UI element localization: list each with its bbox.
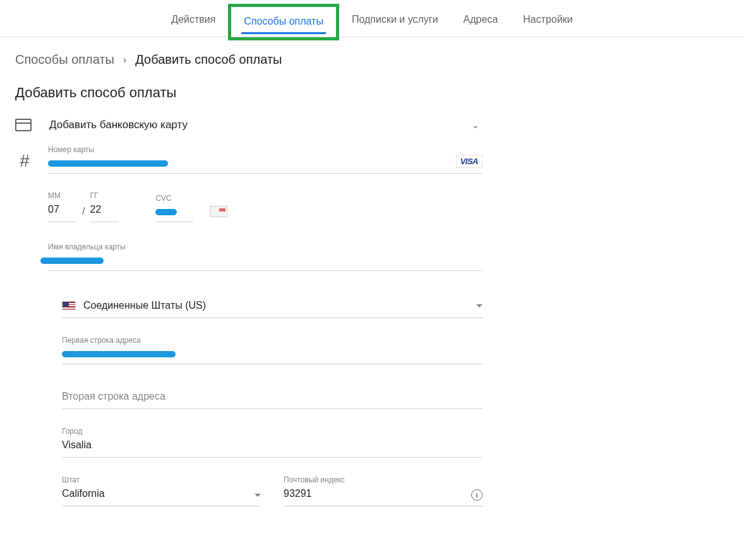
yy-label: ГГ — [90, 191, 119, 200]
city-input[interactable]: Visalia — [62, 439, 483, 453]
card-number-redacted — [48, 160, 168, 167]
add-card-selector[interactable]: Добавить банковскую карту ⌄ — [15, 119, 479, 131]
mm-input[interactable]: 07 — [48, 204, 77, 218]
address-line1-input[interactable] — [62, 349, 483, 360]
mm-label: ММ — [48, 191, 77, 200]
tab-payment-methods[interactable]: Способы оплаты — [241, 9, 326, 34]
zip-label: Почтовый индекс — [284, 475, 467, 484]
card-number-input[interactable] — [48, 158, 483, 169]
tab-settings[interactable]: Настройки — [520, 8, 575, 37]
address-line1-label: Первая строка адреса — [62, 336, 483, 345]
yy-input[interactable]: 22 — [90, 204, 119, 218]
tab-subscriptions[interactable]: Подписки и услуги — [349, 8, 441, 37]
country-select[interactable]: Соединенные Штаты (US) — [62, 289, 483, 318]
chevron-down-icon: ⌄ — [472, 120, 479, 130]
card-number-label: Номер карты — [48, 145, 483, 154]
cvc-redacted — [155, 209, 177, 215]
us-flag-icon — [62, 301, 76, 310]
address-line1-redacted — [62, 351, 176, 357]
cardholder-input[interactable] — [48, 255, 483, 266]
cardholder-label: Имя владельца карты — [48, 242, 483, 251]
add-card-label: Добавить банковскую карту — [49, 119, 454, 131]
hash-icon: # — [15, 151, 34, 174]
tab-highlight: Способы оплаты — [228, 4, 339, 40]
zip-input[interactable]: 93291 — [284, 488, 467, 502]
address-line2-input[interactable]: Вторая строка адреса — [62, 391, 483, 405]
breadcrumb-root[interactable]: Способы оплаты — [15, 52, 114, 67]
chevron-right-icon: › — [123, 54, 126, 66]
dropdown-arrow-icon — [255, 494, 261, 497]
cvc-card-icon — [210, 206, 227, 217]
city-label: Город — [62, 427, 483, 436]
breadcrumb: Способы оплаты › Добавить способ оплаты — [15, 52, 729, 67]
info-icon[interactable]: i — [471, 489, 483, 501]
card-icon — [15, 119, 32, 131]
expiry-separator: / — [82, 206, 85, 222]
top-tabs: Действия Способы оплаты Подписки и услуг… — [0, 0, 744, 37]
visa-badge: VISA — [456, 155, 483, 168]
breadcrumb-current: Добавить способ оплаты — [135, 52, 282, 67]
tab-actions[interactable]: Действия — [169, 8, 218, 37]
cardholder-redacted — [40, 258, 104, 264]
tab-addresses[interactable]: Адреса — [461, 8, 501, 37]
country-value: Соединенные Штаты (US) — [83, 300, 469, 311]
dropdown-arrow-icon — [476, 304, 483, 307]
cvc-label: CVC — [155, 194, 193, 203]
page-title: Добавить способ оплаты — [15, 85, 729, 101]
state-select[interactable]: California — [62, 488, 255, 502]
state-label: Штат — [62, 475, 255, 484]
cvc-input[interactable] — [155, 206, 193, 218]
